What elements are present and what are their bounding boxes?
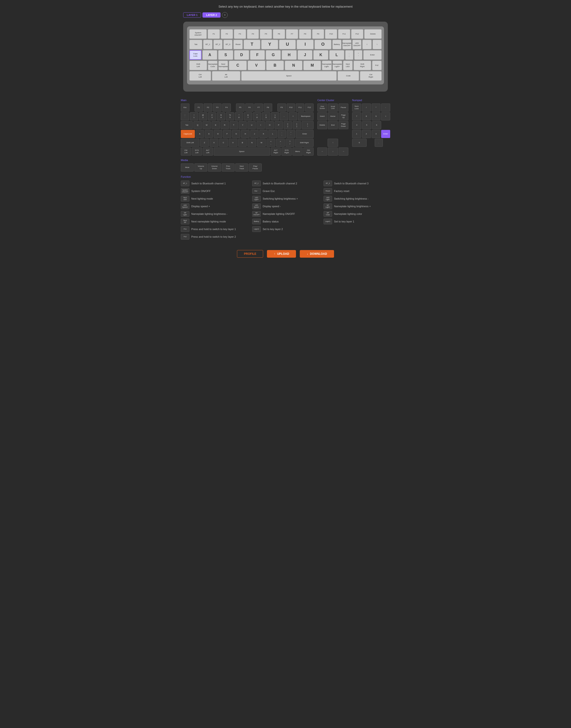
vk-p[interactable]: P [274, 121, 283, 129]
kb-key-battery[interactable]: Battery [332, 40, 341, 49]
vk-enter[interactable]: Enter [296, 130, 314, 138]
fn-badge-nextled[interactable]: NextLED [181, 196, 189, 202]
vk-num-9[interactable]: 9 [372, 112, 381, 120]
vk-h[interactable]: H [241, 130, 249, 138]
vk-num-6[interactable]: 6 [372, 121, 381, 129]
add-layer-button[interactable]: + [222, 12, 228, 18]
vk-down-arrow[interactable]: ↓ [328, 147, 338, 155]
kb-key-a[interactable]: A [203, 50, 217, 60]
kb-key-f8[interactable]: F8 [299, 29, 311, 39]
fn-badge-grave[interactable]: Esc ` [252, 188, 261, 194]
vk-f4[interactable]: F4 [222, 104, 231, 112]
vk-f8[interactable]: F8 [264, 104, 272, 112]
kb-key-ctrl-right[interactable]: CtrlRight [360, 71, 382, 81]
vk-0[interactable]: )0 [271, 112, 279, 120]
vk-6[interactable]: ^6 [235, 112, 243, 120]
vk-num-3[interactable]: 3 [372, 130, 381, 138]
vk-q[interactable]: Q [194, 121, 202, 129]
vk-plus[interactable]: + [289, 112, 297, 120]
vk-m[interactable]: M [257, 139, 266, 147]
vk-insert[interactable]: Insert [317, 112, 327, 120]
kb-key-space[interactable]: Space [241, 71, 337, 81]
kb-key-reset[interactable]: Reset [233, 40, 242, 49]
fn-badge-ledminus[interactable]: LEDLight- [324, 196, 332, 202]
vk-vol-up[interactable]: VolumeUp [194, 163, 207, 171]
fn-badge-bt2[interactable]: BT_2 [252, 180, 261, 186]
vk-z[interactable]: Z [200, 139, 209, 147]
vk-f3[interactable]: F3 [213, 104, 222, 112]
fn-badge-layer1[interactable]: Layer1 [324, 219, 332, 224]
vk-scroll-lock[interactable]: ScrollLock [328, 104, 338, 112]
kb-key-f2[interactable]: F2 [221, 29, 233, 39]
kb-key-nameplate-onoff[interactable]: NameplateON/OFF [342, 40, 351, 49]
kb-key-semicolon[interactable]: :; [345, 50, 353, 60]
kb-key-alt-left[interactable]: AltLeft [212, 71, 240, 81]
vk-j[interactable]: J [250, 130, 259, 138]
kb-key-f6[interactable]: F6 [273, 29, 285, 39]
vk-num-slash[interactable]: / [362, 104, 371, 112]
vk-left-arrow[interactable]: ← [317, 147, 327, 155]
vk-up-arrow[interactable]: ↑ [328, 139, 338, 147]
kb-key-u[interactable]: U [279, 40, 296, 49]
vk-prev-track[interactable]: PrevTrack [222, 163, 235, 171]
kb-key-bt3[interactable]: BT_3 [223, 40, 232, 49]
vk-1[interactable]: !1 [190, 112, 198, 120]
vk-print-screen[interactable]: PrintScreen [317, 104, 327, 112]
vk-bracket-close[interactable]: }] [293, 121, 301, 129]
vk-num-dot[interactable]: . [375, 139, 383, 147]
layer1-tab[interactable]: LAYER 1 [183, 12, 201, 18]
kb-key-l[interactable]: L [329, 50, 344, 60]
vk-esc[interactable]: Esc [181, 104, 189, 112]
vk-num-1[interactable]: 1 [352, 130, 361, 138]
vk-comma[interactable]: <, [266, 139, 275, 147]
fn-badge-bt3[interactable]: BT_3 [324, 180, 332, 186]
vk-ctrl-right[interactable]: CtrlRight [303, 147, 314, 155]
vk-a[interactable]: A [196, 130, 204, 138]
vk-num-0[interactable]: 0 [352, 139, 367, 147]
kb-key-f3[interactable]: F3 [234, 29, 246, 39]
vk-num-7[interactable]: 7 [352, 112, 361, 120]
vk-vol-down[interactable]: VolumeDown [208, 163, 221, 171]
vk-w[interactable]: W [203, 121, 211, 129]
kb-key-s[interactable]: S [218, 50, 233, 60]
vk-capslock[interactable]: CapsLock [181, 130, 195, 138]
vk-slash[interactable]: ?/ [286, 139, 294, 147]
kb-key-led-onoff[interactable]: LEDON/OFF [352, 40, 361, 49]
vk-f1[interactable]: F1 [195, 104, 203, 112]
kb-key-f4[interactable]: F4 [247, 29, 259, 39]
kb-key-g[interactable]: G [266, 50, 281, 60]
vk-next-track[interactable]: NextTrack [235, 163, 248, 171]
profile-button[interactable]: PROFILE [237, 250, 263, 258]
vk-tilde[interactable]: ~` [181, 112, 189, 120]
kb-key-shift-right[interactable]: ShiftRight [354, 61, 371, 70]
vk-sys-left[interactable]: SYSLeft [192, 147, 202, 155]
vk-u[interactable]: U [247, 121, 256, 129]
vk-alt-right[interactable]: ALTRight [271, 147, 281, 155]
kb-key-backslash[interactable]: \ [372, 40, 382, 49]
fn-badge-ledspeedminus[interactable]: LEDSpeed- [252, 204, 261, 209]
vk-k[interactable]: K [259, 130, 268, 138]
vk-o[interactable]: O [265, 121, 274, 129]
vk-home[interactable]: Home [328, 112, 338, 120]
vk-3[interactable]: #3 [208, 112, 216, 120]
vk-5[interactable]: %5 [226, 112, 234, 120]
kb-key-tab-r2[interactable]: Tab [189, 40, 202, 49]
kb-key-np-light-minus[interactable]: NameplateLight- [322, 61, 331, 70]
kb-key-y[interactable]: Y [261, 40, 278, 49]
vk-f7[interactable]: F7 [254, 104, 263, 112]
vk-period[interactable]: >. [276, 139, 285, 147]
vk-f11[interactable]: F11 [296, 104, 304, 112]
kb-key-shift-left[interactable]: ShiftLeft [189, 61, 207, 70]
kb-key-f[interactable]: F [250, 50, 265, 60]
vk-f6[interactable]: F6 [245, 104, 254, 112]
vk-v[interactable]: V [229, 139, 237, 147]
kb-key-o[interactable]: O [315, 40, 331, 49]
kb-key-capslock[interactable]: CapsLock [189, 50, 202, 60]
vk-b[interactable]: B [238, 139, 247, 147]
fn-badge-sys[interactable]: SystemON/OFF [181, 188, 189, 194]
vk-ctrl-left[interactable]: CtrlLeft [181, 147, 191, 155]
kb-key-c[interactable]: C [229, 61, 246, 70]
kb-key-n[interactable]: N [285, 61, 303, 70]
vk-play-pause[interactable]: Play/Pause [249, 163, 262, 171]
vk-num-4[interactable]: 4 [352, 121, 361, 129]
